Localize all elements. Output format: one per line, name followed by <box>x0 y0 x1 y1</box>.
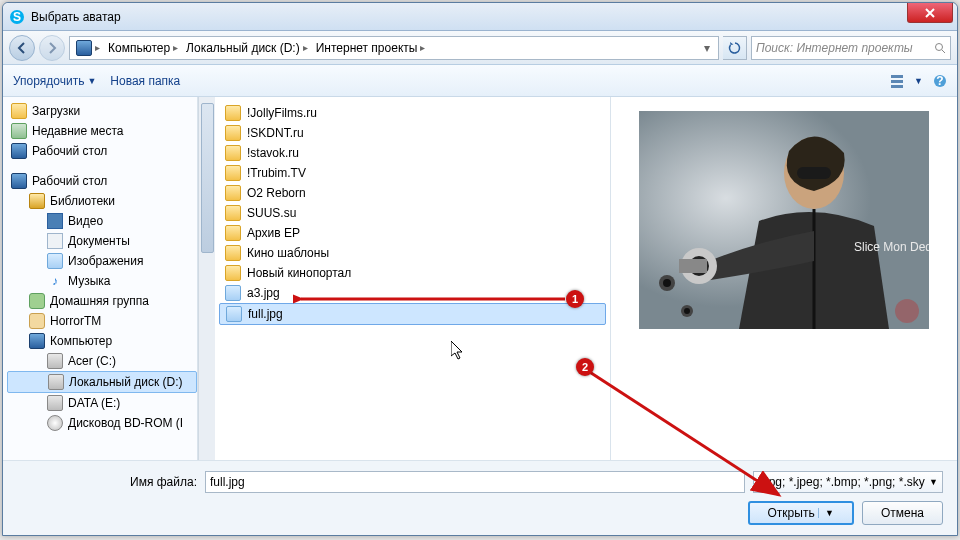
arrow-right-icon <box>46 42 58 54</box>
new-folder-button[interactable]: Новая папка <box>110 74 180 88</box>
close-button[interactable] <box>907 3 953 23</box>
svg-text:S: S <box>13 10 21 24</box>
tree-item-label: Изображения <box>68 254 143 268</box>
file-item-label: Кино шаблоны <box>247 246 329 260</box>
tree-item-label: Локальный диск (D:) <box>69 375 183 389</box>
callout-marker-1: 1 <box>566 290 584 308</box>
tree-item-label: Дисковод BD-ROM (I <box>68 416 183 430</box>
window-title: Выбрать аватар <box>31 10 121 24</box>
tree-item-label: HorrorTM <box>50 314 101 328</box>
tree-item[interactable]: Домашняя группа <box>7 291 197 311</box>
dialog-footer: Имя файла: *.jpg; *.jpeg; *.bmp; *.png; … <box>3 460 957 535</box>
tree-item[interactable]: Компьютер <box>7 331 197 351</box>
sidebar-scrollbar[interactable] <box>198 97 215 460</box>
tree-item-label: Загрузки <box>32 104 80 118</box>
refresh-button[interactable] <box>723 36 747 60</box>
file-item[interactable]: !JollyFilms.ru <box>219 103 606 123</box>
tree-item[interactable]: Загрузки <box>7 101 197 121</box>
filename-label: Имя файла: <box>17 475 197 489</box>
svg-rect-3 <box>891 75 903 78</box>
svg-point-2 <box>936 43 943 50</box>
filetype-filter[interactable]: *.jpg; *.jpeg; *.bmp; *.png; *.sky▼ <box>753 471 943 493</box>
search-placeholder: Поиск: Интернет проекты <box>756 41 913 55</box>
tree-item[interactable]: Локальный диск (D:) <box>7 371 197 393</box>
tree-item-label: Документы <box>68 234 130 248</box>
file-item[interactable]: Архив ЕР <box>219 223 606 243</box>
file-item-label: full.jpg <box>248 307 283 321</box>
file-item-label: Архив ЕР <box>247 226 300 240</box>
breadcrumb-item[interactable]: Локальный диск (D:)▸ <box>182 37 312 59</box>
file-item[interactable]: !SKDNT.ru <box>219 123 606 143</box>
callout-marker-2: 2 <box>576 358 594 376</box>
filename-input[interactable] <box>205 471 745 493</box>
tree-item[interactable]: Acer (C:) <box>7 351 197 371</box>
tree-item[interactable]: Библиотеки <box>7 191 197 211</box>
tree-item[interactable]: ♪Музыка <box>7 271 197 291</box>
skype-icon: S <box>9 9 25 25</box>
file-item[interactable]: a3.jpg <box>219 283 606 303</box>
tree-item-label: Рабочий стол <box>32 174 107 188</box>
close-icon <box>925 8 935 18</box>
breadcrumb-bar[interactable]: ▸ Компьютер▸ Локальный диск (D:)▸ Интерн… <box>69 36 719 60</box>
tree-item-label: Acer (C:) <box>68 354 116 368</box>
breadcrumb-item[interactable]: Интернет проекты▸ <box>312 37 430 59</box>
tree-item-label: Компьютер <box>50 334 112 348</box>
view-options-button[interactable]: ▼ <box>891 74 923 88</box>
nav-forward-button[interactable] <box>39 35 65 61</box>
tree-item[interactable]: Рабочий стол <box>7 171 197 191</box>
dialog-body: ЗагрузкиНедавние местаРабочий столРабочи… <box>3 97 957 460</box>
svg-point-19 <box>895 299 919 323</box>
svg-point-18 <box>684 308 690 314</box>
file-item[interactable]: full.jpg <box>219 303 606 325</box>
file-list: !JollyFilms.ru!SKDNT.ru!stavok.ru!Trubim… <box>215 97 610 460</box>
tree-item-label: DATA (E:) <box>68 396 120 410</box>
search-input[interactable]: Поиск: Интернет проекты <box>751 36 951 60</box>
file-item[interactable]: !Trubim.TV <box>219 163 606 183</box>
file-item-label: SUUS.su <box>247 206 296 220</box>
arrow-left-icon <box>16 42 28 54</box>
file-item[interactable]: Кино шаблоны <box>219 243 606 263</box>
preview-pane: Slice Mon Deαɢle <box>610 97 957 460</box>
refresh-icon <box>728 41 742 55</box>
tree-item[interactable]: Изображения <box>7 251 197 271</box>
tree-item-label: Недавние места <box>32 124 123 138</box>
tree-item-label: Видео <box>68 214 103 228</box>
toolbar: Упорядочить ▼ Новая папка ▼ ? <box>3 65 957 97</box>
tree-item[interactable]: Документы <box>7 231 197 251</box>
file-item[interactable]: !stavok.ru <box>219 143 606 163</box>
breadcrumb-item[interactable]: Компьютер▸ <box>104 37 182 59</box>
file-item[interactable]: SUUS.su <box>219 203 606 223</box>
breadcrumb-computer-icon[interactable]: ▸ <box>72 37 104 59</box>
tree-item[interactable]: Видео <box>7 211 197 231</box>
file-item-label: a3.jpg <box>247 286 280 300</box>
file-item-label: O2 Reborn <box>247 186 306 200</box>
titlebar: S Выбрать аватар <box>3 3 957 31</box>
svg-rect-5 <box>891 85 903 88</box>
tree-item[interactable]: Рабочий стол <box>7 141 197 161</box>
svg-rect-14 <box>679 259 707 273</box>
preview-image: Slice Mon Deαɢle <box>639 111 929 329</box>
tree-item[interactable]: DATA (E:) <box>7 393 197 413</box>
navigation-tree: ЗагрузкиНедавние местаРабочий столРабочи… <box>3 97 198 460</box>
cancel-button[interactable]: Отмена <box>862 501 943 525</box>
open-button[interactable]: Открыть ▼ <box>748 501 854 525</box>
file-item[interactable]: O2 Reborn <box>219 183 606 203</box>
tree-item-label: Домашняя группа <box>50 294 149 308</box>
help-button[interactable]: ? <box>933 74 947 88</box>
help-icon: ? <box>933 74 947 88</box>
breadcrumb-dropdown[interactable]: ▾ <box>698 41 716 55</box>
file-item-label: !stavok.ru <box>247 146 299 160</box>
tree-item[interactable]: Недавние места <box>7 121 197 141</box>
svg-rect-4 <box>891 80 903 83</box>
organize-button[interactable]: Упорядочить ▼ <box>13 74 96 88</box>
file-item-label: !Trubim.TV <box>247 166 306 180</box>
cursor-icon <box>451 341 465 361</box>
tree-item[interactable]: HorrorTM <box>7 311 197 331</box>
navigation-bar: ▸ Компьютер▸ Локальный диск (D:)▸ Интерн… <box>3 31 957 65</box>
file-item-label: Новый кинопортал <box>247 266 351 280</box>
search-icon <box>934 42 946 54</box>
tree-item[interactable]: Дисковод BD-ROM (I <box>7 413 197 433</box>
preview-overlay-text: Slice Mon Deαɢle <box>854 240 929 254</box>
file-item[interactable]: Новый кинопортал <box>219 263 606 283</box>
nav-back-button[interactable] <box>9 35 35 61</box>
